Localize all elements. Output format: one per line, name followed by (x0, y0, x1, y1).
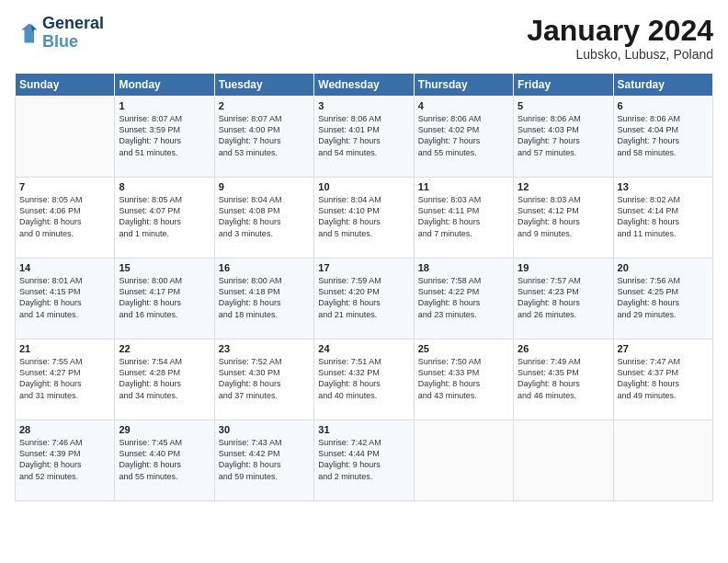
calendar-week-5: 28Sunrise: 7:46 AMSunset: 4:39 PMDayligh… (16, 420, 713, 501)
calendar-cell: 28Sunrise: 7:46 AMSunset: 4:39 PMDayligh… (16, 420, 115, 501)
calendar-cell: 9Sunrise: 8:04 AMSunset: 4:08 PMDaylight… (214, 178, 313, 259)
calendar-cell: 15Sunrise: 8:00 AMSunset: 4:17 PMDayligh… (115, 259, 214, 339)
day-number: 19 (518, 262, 609, 273)
day-number: 1 (119, 100, 210, 111)
weekday-row: Sunday Monday Tuesday Wednesday Thursday… (16, 74, 713, 97)
day-number: 10 (318, 181, 409, 192)
day-info: Sunrise: 8:04 AMSunset: 4:10 PMDaylight:… (318, 194, 409, 239)
header-friday: Friday (514, 74, 613, 97)
header: GeneralBlue January 2024 Lubsko, Lubusz,… (15, 15, 713, 62)
day-number: 8 (119, 181, 210, 192)
calendar-week-3: 14Sunrise: 8:01 AMSunset: 4:15 PMDayligh… (16, 259, 713, 339)
day-number: 24 (318, 343, 409, 354)
day-number: 31 (318, 424, 409, 435)
day-number: 6 (618, 100, 709, 111)
calendar-cell: 24Sunrise: 7:51 AMSunset: 4:32 PMDayligh… (314, 339, 414, 420)
calendar-cell: 3Sunrise: 8:06 AMSunset: 4:01 PMDaylight… (314, 97, 414, 178)
calendar-cell: 2Sunrise: 8:07 AMSunset: 4:00 PMDaylight… (214, 97, 313, 178)
calendar-header: Sunday Monday Tuesday Wednesday Thursday… (16, 74, 713, 97)
calendar-cell: 31Sunrise: 7:42 AMSunset: 4:44 PMDayligh… (314, 420, 414, 501)
day-number: 9 (219, 181, 310, 192)
calendar-table: Sunday Monday Tuesday Wednesday Thursday… (15, 73, 713, 501)
header-saturday: Saturday (613, 74, 712, 97)
day-number: 2 (219, 100, 310, 111)
month-title: January 2024 (527, 15, 713, 47)
day-info: Sunrise: 7:59 AMSunset: 4:20 PMDaylight:… (318, 275, 409, 320)
day-info: Sunrise: 8:03 AMSunset: 4:11 PMDaylight:… (418, 194, 509, 239)
day-number: 5 (518, 100, 609, 111)
day-number: 26 (518, 343, 609, 354)
day-info: Sunrise: 8:06 AMSunset: 4:01 PMDaylight:… (318, 113, 409, 158)
day-number: 11 (418, 181, 509, 192)
day-number: 29 (119, 424, 210, 435)
day-number: 14 (19, 262, 110, 273)
calendar-cell: 17Sunrise: 7:59 AMSunset: 4:20 PMDayligh… (314, 259, 414, 339)
page-container: GeneralBlue January 2024 Lubsko, Lubusz,… (0, 0, 728, 509)
logo-text: GeneralBlue (42, 15, 104, 52)
calendar-cell: 14Sunrise: 8:01 AMSunset: 4:15 PMDayligh… (16, 259, 115, 339)
calendar-week-1: 1Sunrise: 8:07 AMSunset: 3:59 PMDaylight… (16, 97, 713, 178)
calendar-cell: 4Sunrise: 8:06 AMSunset: 4:02 PMDaylight… (414, 97, 513, 178)
calendar-cell: 5Sunrise: 8:06 AMSunset: 4:03 PMDaylight… (514, 97, 613, 178)
day-info: Sunrise: 8:02 AMSunset: 4:14 PMDaylight:… (618, 194, 709, 239)
day-number: 25 (418, 343, 509, 354)
location-subtitle: Lubsko, Lubusz, Poland (527, 47, 713, 62)
calendar-week-2: 7Sunrise: 8:05 AMSunset: 4:06 PMDaylight… (16, 178, 713, 259)
logo-line2: Blue (42, 32, 78, 51)
day-number: 27 (618, 343, 709, 354)
calendar-cell: 12Sunrise: 8:03 AMSunset: 4:12 PMDayligh… (514, 178, 613, 259)
day-number: 4 (418, 100, 509, 111)
calendar-cell: 20Sunrise: 7:56 AMSunset: 4:25 PMDayligh… (613, 259, 712, 339)
calendar-cell (16, 97, 115, 178)
calendar-cell: 22Sunrise: 7:54 AMSunset: 4:28 PMDayligh… (115, 339, 214, 420)
calendar-cell: 13Sunrise: 8:02 AMSunset: 4:14 PMDayligh… (613, 178, 712, 259)
day-number: 16 (219, 262, 310, 273)
calendar-cell: 19Sunrise: 7:57 AMSunset: 4:23 PMDayligh… (514, 259, 613, 339)
day-info: Sunrise: 7:57 AMSunset: 4:23 PMDaylight:… (518, 275, 609, 320)
title-block: January 2024 Lubsko, Lubusz, Poland (527, 15, 713, 62)
day-info: Sunrise: 7:49 AMSunset: 4:35 PMDaylight:… (518, 356, 609, 401)
calendar-cell: 16Sunrise: 8:00 AMSunset: 4:18 PMDayligh… (214, 259, 313, 339)
calendar-cell: 21Sunrise: 7:55 AMSunset: 4:27 PMDayligh… (16, 339, 115, 420)
calendar-cell (613, 420, 712, 501)
day-info: Sunrise: 8:07 AMSunset: 4:00 PMDaylight:… (219, 113, 310, 158)
day-info: Sunrise: 7:51 AMSunset: 4:32 PMDaylight:… (318, 356, 409, 401)
day-info: Sunrise: 7:43 AMSunset: 4:42 PMDaylight:… (219, 437, 310, 482)
calendar-cell: 11Sunrise: 8:03 AMSunset: 4:11 PMDayligh… (414, 178, 513, 259)
day-number: 20 (618, 262, 709, 273)
day-info: Sunrise: 7:50 AMSunset: 4:33 PMDaylight:… (418, 356, 509, 401)
day-number: 28 (19, 424, 110, 435)
header-wednesday: Wednesday (314, 74, 414, 97)
header-sunday: Sunday (16, 74, 115, 97)
day-number: 21 (19, 343, 110, 354)
day-number: 12 (518, 181, 609, 192)
header-thursday: Thursday (414, 74, 513, 97)
calendar-cell: 29Sunrise: 7:45 AMSunset: 4:40 PMDayligh… (115, 420, 214, 501)
calendar-cell: 7Sunrise: 8:05 AMSunset: 4:06 PMDaylight… (16, 178, 115, 259)
calendar-cell: 25Sunrise: 7:50 AMSunset: 4:33 PMDayligh… (414, 339, 513, 420)
day-info: Sunrise: 8:05 AMSunset: 4:07 PMDaylight:… (119, 194, 210, 239)
day-info: Sunrise: 8:00 AMSunset: 4:18 PMDaylight:… (219, 275, 310, 320)
calendar-cell: 10Sunrise: 8:04 AMSunset: 4:10 PMDayligh… (314, 178, 414, 259)
calendar-week-4: 21Sunrise: 7:55 AMSunset: 4:27 PMDayligh… (16, 339, 713, 420)
day-info: Sunrise: 7:58 AMSunset: 4:22 PMDaylight:… (418, 275, 509, 320)
header-monday: Monday (115, 74, 214, 97)
calendar-body: 1Sunrise: 8:07 AMSunset: 3:59 PMDaylight… (16, 97, 713, 501)
calendar-cell: 1Sunrise: 8:07 AMSunset: 3:59 PMDaylight… (115, 97, 214, 178)
day-info: Sunrise: 7:56 AMSunset: 4:25 PMDaylight:… (618, 275, 709, 320)
logo-icon (15, 20, 40, 46)
header-tuesday: Tuesday (214, 74, 313, 97)
calendar-cell: 26Sunrise: 7:49 AMSunset: 4:35 PMDayligh… (514, 339, 613, 420)
day-info: Sunrise: 8:01 AMSunset: 4:15 PMDaylight:… (19, 275, 110, 320)
day-info: Sunrise: 8:06 AMSunset: 4:04 PMDaylight:… (618, 113, 709, 158)
day-number: 3 (318, 100, 409, 111)
day-number: 17 (318, 262, 409, 273)
day-info: Sunrise: 8:03 AMSunset: 4:12 PMDaylight:… (518, 194, 609, 239)
logo: GeneralBlue (15, 15, 104, 52)
day-info: Sunrise: 7:55 AMSunset: 4:27 PMDaylight:… (19, 356, 110, 401)
calendar-cell: 18Sunrise: 7:58 AMSunset: 4:22 PMDayligh… (414, 259, 513, 339)
day-info: Sunrise: 7:52 AMSunset: 4:30 PMDaylight:… (219, 356, 310, 401)
calendar-cell (414, 420, 513, 501)
day-info: Sunrise: 7:46 AMSunset: 4:39 PMDaylight:… (19, 437, 110, 482)
day-info: Sunrise: 8:07 AMSunset: 3:59 PMDaylight:… (119, 113, 210, 158)
